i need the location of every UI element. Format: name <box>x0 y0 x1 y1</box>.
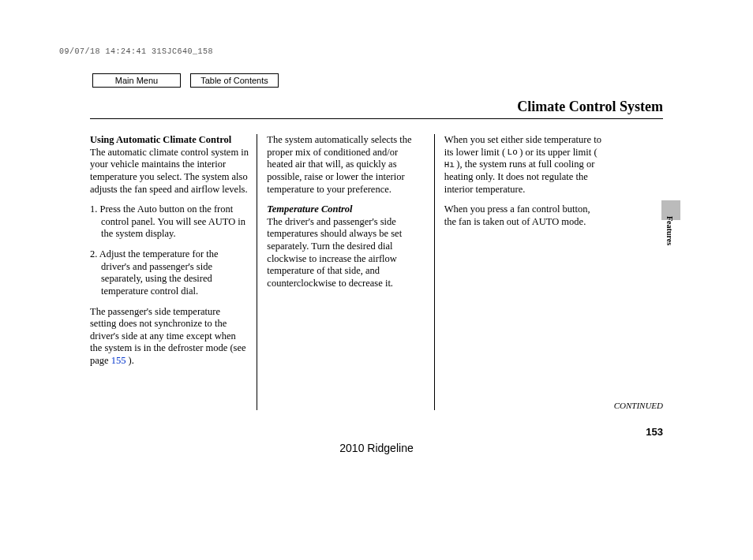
intro-text: The automatic climate control system in … <box>90 147 249 195</box>
main-menu-button[interactable]: Main Menu <box>92 73 181 88</box>
footer-model-year: 2010 Ridgeline <box>0 442 753 454</box>
step-1-prefix: 1. <box>90 203 100 215</box>
column-3: When you set either side temperature to … <box>434 134 611 410</box>
header-timestamp: 09/07/18 14:24:41 31SJC640_158 <box>59 47 213 56</box>
page-link-155[interactable]: 155 <box>111 355 126 366</box>
hi-glyph-icon: Hı <box>444 160 455 171</box>
limit-text-c: ), the system runs at full cooling or he… <box>444 159 595 194</box>
body-columns: Using Automatic Climate Control The auto… <box>90 134 611 410</box>
limit-paragraph: When you set either side temperature to … <box>444 134 603 196</box>
nav-button-row: Main Menu Table of Contents <box>92 73 279 88</box>
step-1: 1. Press the Auto button on the front co… <box>90 203 249 241</box>
step-2-text: Adjust the temperature for the driver's … <box>99 248 219 297</box>
page-title: Climate Control System <box>517 99 663 115</box>
continued-label: CONTINUED <box>614 401 663 410</box>
temp-control-section: Temperature Control The driver's and pas… <box>267 203 425 289</box>
fan-button-paragraph: When you press a fan control button, the… <box>444 203 603 228</box>
section-label: Features <box>665 216 674 245</box>
title-rule <box>90 118 663 119</box>
column-1: Using Automatic Climate Control The auto… <box>90 134 257 410</box>
lo-glyph-icon: Lo <box>508 147 518 159</box>
note-text-b: ). <box>126 355 133 366</box>
temp-control-text: The driver's and passenger's side temper… <box>267 216 402 289</box>
step-2: 2. Adjust the temperature for the driver… <box>90 248 249 298</box>
temp-control-heading: Temperature Control <box>267 203 352 215</box>
intro-bold-lead: Using Automatic Climate Control <box>90 134 231 145</box>
limit-text-b: ) or its upper limit ( <box>518 147 599 158</box>
column-2: The system automatically selects the pro… <box>257 134 433 410</box>
page-number: 153 <box>646 426 663 438</box>
table-of-contents-button[interactable]: Table of Contents <box>190 73 279 88</box>
intro-paragraph: Using Automatic Climate Control The auto… <box>90 134 249 196</box>
step-2-prefix: 2. <box>90 248 99 259</box>
auto-mix-paragraph: The system automatically selects the pro… <box>267 134 425 196</box>
step-1-text: Press the Auto button on the front contr… <box>100 203 246 239</box>
passenger-sync-note: The passenger's side temperature setting… <box>90 306 249 368</box>
